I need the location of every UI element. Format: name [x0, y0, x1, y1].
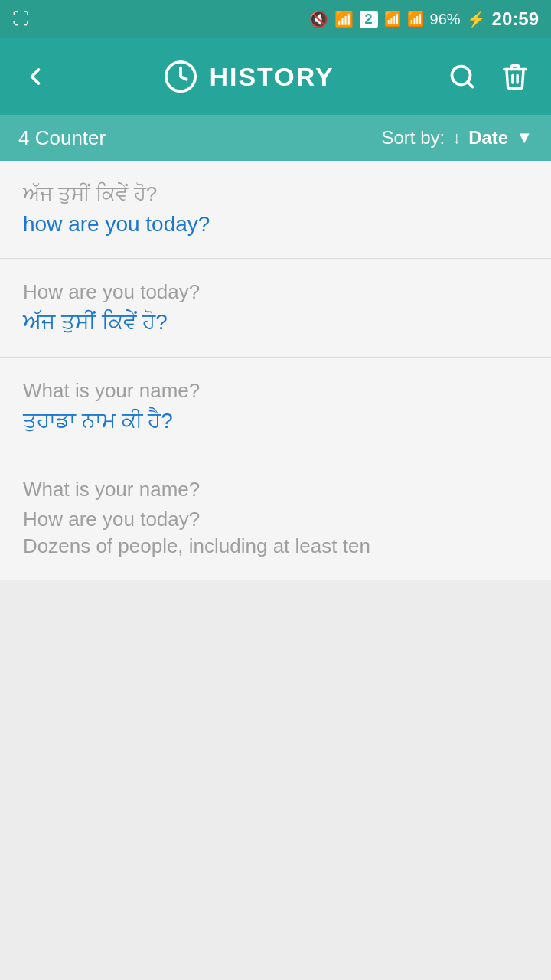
svg-line-2 [468, 82, 473, 87]
battery-percent: 96% [430, 11, 461, 28]
wifi-icon: 📶 [334, 10, 354, 28]
sort-value: Date [468, 127, 508, 149]
history-item[interactable]: ਅੱਜ ਤੁਸੀਂ ਕਿਵੇਂ ਹੋ? how are you today? [0, 161, 551, 259]
notification-badge: 2 [360, 11, 378, 28]
history-extra-line-1: How are you today? [23, 508, 528, 531]
history-item[interactable]: What is your name? How are you today? Do… [0, 456, 551, 580]
status-bar: ⛶ 🔇 📶 2 📶 📶 96% ⚡ 20:59 [0, 0, 551, 38]
history-translation-text: ਤੁਹਾਡਾ ਨਾਮ ਕੀ ਹੈ? [23, 409, 528, 434]
battery-icon: ⚡ [467, 10, 486, 28]
back-arrow-icon [21, 63, 49, 90]
status-time: 20:59 [492, 8, 539, 30]
history-translation-text: how are you today? [23, 212, 528, 237]
back-button[interactable] [15, 57, 55, 96]
clock-icon [163, 59, 198, 94]
history-extra-line-2: Dozens of people, including at least ten [23, 534, 528, 558]
history-translation-text: ਅੱਜ ਤੁਸੀਂ ਕਿਵੇਂ ਹੋ? [23, 310, 528, 335]
status-left: ⛶ [12, 9, 29, 29]
history-source-text: What is your name? [23, 478, 528, 501]
sort-controls[interactable]: Sort by: ↓ Date ▼ [381, 127, 533, 149]
history-item[interactable]: How are you today? ਅੱਜ ਤੁਸੀਂ ਕਿਵੇਂ ਹੋ? [0, 259, 551, 358]
history-source-text: ਅੱਜ ਤੁਸੀਂ ਕਿਵੇਂ ਹੋ? [23, 182, 528, 206]
signal-icon: 📶 [384, 11, 401, 28]
toolbar-title: HISTORY [209, 62, 334, 92]
history-source-text: How are you today? [23, 280, 528, 304]
trash-icon [500, 62, 530, 91]
history-item[interactable]: What is your name? ਤੁਹਾਡਾ ਨਾਮ ਕੀ ਹੈ? [0, 358, 551, 456]
search-icon [448, 63, 476, 90]
sort-bar: 4 Counter Sort by: ↓ Date ▼ [0, 115, 551, 161]
image-icon: ⛶ [12, 9, 29, 29]
history-source-text: What is your name? [23, 379, 528, 403]
signal-icon-2: 📶 [407, 11, 424, 28]
delete-button[interactable] [494, 56, 536, 97]
history-list: ਅੱਜ ਤੁਸੀਂ ਕਿਵੇਂ ਹੋ? how are you today? H… [0, 161, 551, 580]
sort-by-label: Sort by: [381, 127, 445, 149]
dropdown-arrow-icon: ▼ [516, 128, 533, 148]
counter-label: 4 Counter [18, 126, 106, 150]
mute-icon: 🔇 [309, 10, 328, 28]
toolbar-actions [442, 56, 536, 97]
sort-direction-icon: ↓ [452, 128, 461, 148]
toolbar: HISTORY [0, 38, 551, 115]
search-button[interactable] [442, 57, 482, 96]
status-right: 🔇 📶 2 📶 📶 96% ⚡ 20:59 [309, 8, 539, 30]
toolbar-center: HISTORY [163, 59, 334, 94]
